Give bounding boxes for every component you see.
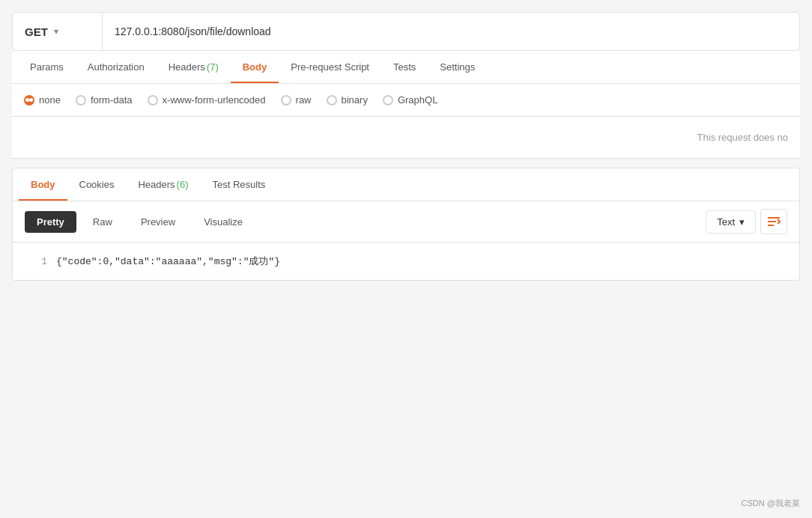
line-number-1: 1 xyxy=(25,256,47,267)
response-tab-headers[interactable]: Headers(6) xyxy=(126,168,200,201)
tab-tests[interactable]: Tests xyxy=(381,51,428,83)
body-options-bar: none form-data x-www-form-urlencoded raw… xyxy=(12,84,800,117)
tab-body[interactable]: Body xyxy=(231,51,279,83)
request-tabs-bar: Params Authorization Headers(7) Body Pre… xyxy=(12,51,800,84)
option-x-www-form-urlencoded[interactable]: x-www-form-urlencoded xyxy=(148,94,266,106)
option-graphql[interactable]: GraphQL xyxy=(383,94,437,106)
format-pretty-button[interactable]: Pretty xyxy=(25,211,76,233)
format-raw-button[interactable]: Raw xyxy=(81,211,124,233)
response-section: Body Cookies Headers(6) Test Results Pre… xyxy=(12,168,800,281)
tab-settings[interactable]: Settings xyxy=(428,51,487,83)
option-none[interactable]: none xyxy=(24,94,61,106)
response-tab-test-results[interactable]: Test Results xyxy=(201,168,278,201)
text-type-label: Text xyxy=(717,216,735,228)
radio-x-www-form-urlencoded xyxy=(148,95,158,106)
response-line-1: 1{"code":0,"data":"aaaaaa","msg":"成功"} xyxy=(25,255,787,268)
line-content-1: {"code":0,"data":"aaaaaa","msg":"成功"} xyxy=(56,256,280,267)
radio-graphql xyxy=(383,95,393,106)
response-format-bar: Pretty Raw Preview Visualize Text ▾ xyxy=(13,201,799,243)
method-dropdown[interactable]: GET ▾ xyxy=(13,13,103,50)
response-body: 1{"code":0,"data":"aaaaaa","msg":"成功"} xyxy=(13,243,799,280)
response-tabs-bar: Body Cookies Headers(6) Test Results xyxy=(13,168,799,201)
response-tab-cookies[interactable]: Cookies xyxy=(67,168,127,201)
radio-raw xyxy=(281,95,291,106)
wrap-icon xyxy=(767,216,781,228)
tab-params[interactable]: Params xyxy=(18,51,76,83)
format-dropdown-group: Text ▾ xyxy=(706,209,787,234)
method-chevron-icon: ▾ xyxy=(54,26,58,37)
text-type-chevron-icon: ▾ xyxy=(739,216,745,228)
radio-binary xyxy=(327,95,337,106)
option-form-data[interactable]: form-data xyxy=(76,94,133,106)
url-bar: GET ▾ xyxy=(12,12,800,51)
wrap-button[interactable] xyxy=(760,209,787,234)
url-input[interactable] xyxy=(103,25,799,37)
text-type-dropdown[interactable]: Text ▾ xyxy=(706,210,756,234)
headers-badge: (7) xyxy=(207,61,219,73)
no-body-message: This request does no xyxy=(12,117,800,159)
option-raw[interactable]: raw xyxy=(281,94,312,106)
format-visualize-button[interactable]: Visualize xyxy=(192,211,255,233)
method-label: GET xyxy=(25,25,48,38)
radio-form-data xyxy=(76,95,86,106)
option-binary[interactable]: binary xyxy=(327,94,368,106)
response-tab-body[interactable]: Body xyxy=(19,168,67,201)
watermark: CSDN @我老菜 xyxy=(742,498,800,509)
response-headers-badge: (6) xyxy=(177,179,189,190)
tab-headers[interactable]: Headers(7) xyxy=(157,51,231,83)
radio-none xyxy=(24,95,34,106)
format-preview-button[interactable]: Preview xyxy=(129,211,187,233)
tab-pre-request-script[interactable]: Pre-request Script xyxy=(279,51,381,83)
tab-authorization[interactable]: Authorization xyxy=(76,51,157,83)
